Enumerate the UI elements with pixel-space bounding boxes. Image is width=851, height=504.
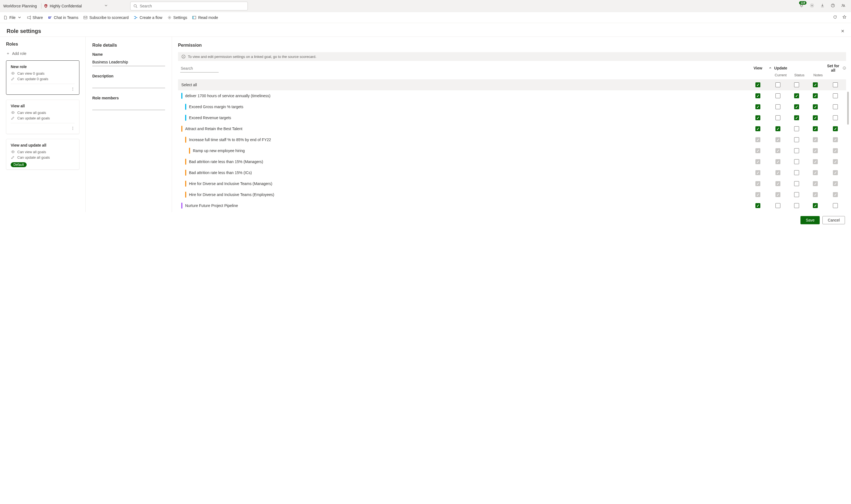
- goal-row: Attract and Retain the Best Talent: [178, 123, 846, 134]
- checkbox[interactable]: [794, 181, 799, 186]
- add-role-button[interactable]: ＋ Add role: [6, 51, 80, 56]
- role-more-button[interactable]: ⋮: [11, 125, 75, 131]
- refresh-button[interactable]: [833, 15, 837, 20]
- col-view[interactable]: View: [747, 66, 769, 70]
- checkbox[interactable]: [794, 192, 799, 197]
- role-card[interactable]: New roleCan view 0 goalsCan update 0 goa…: [6, 60, 80, 95]
- subscribe-icon: [83, 15, 88, 20]
- read-mode-button[interactable]: Read mode: [192, 15, 218, 20]
- role-update-line: Can update all goals: [11, 155, 75, 160]
- checkbox: [833, 181, 838, 186]
- checkbox[interactable]: [776, 82, 780, 87]
- checkbox[interactable]: [794, 170, 799, 175]
- sensitivity-dropdown[interactable]: Highly Confidential: [44, 4, 82, 8]
- checkbox[interactable]: [756, 82, 760, 87]
- checkbox[interactable]: [794, 93, 799, 98]
- checkbox[interactable]: [833, 203, 838, 208]
- checkbox[interactable]: [794, 137, 799, 142]
- svg-rect-0: [45, 6, 47, 7]
- checkbox[interactable]: [794, 82, 799, 87]
- favorite-button[interactable]: [842, 15, 847, 20]
- checkbox[interactable]: [794, 159, 799, 164]
- download-button[interactable]: [820, 3, 824, 8]
- checkbox[interactable]: [833, 82, 838, 87]
- checkbox[interactable]: [794, 115, 799, 120]
- notification-badge: 119: [799, 1, 806, 5]
- settings-gear-button[interactable]: [810, 3, 814, 8]
- role-card[interactable]: View allCan view all goalsCan update all…: [6, 100, 80, 134]
- checkbox[interactable]: [794, 126, 799, 131]
- checkbox: [756, 170, 760, 175]
- global-search-input[interactable]: [140, 4, 245, 8]
- file-menu[interactable]: File: [3, 15, 22, 20]
- checkbox[interactable]: [756, 104, 760, 109]
- save-button[interactable]: Save: [800, 216, 820, 224]
- permission-search-input[interactable]: [180, 65, 219, 72]
- scrollbar[interactable]: [847, 92, 849, 125]
- svg-point-7: [51, 16, 51, 17]
- checkbox: [756, 181, 760, 186]
- svg-point-5: [844, 5, 845, 5]
- description-input[interactable]: [92, 80, 165, 88]
- checkbox: [813, 170, 818, 175]
- people-icon: [841, 3, 846, 8]
- subscribe-button[interactable]: Subscribe to scorecard: [83, 15, 128, 20]
- gear-icon: [167, 15, 172, 20]
- share-button[interactable]: Share: [27, 15, 43, 20]
- title-bar: Workforce Planning Highly Confidential 1…: [0, 0, 851, 12]
- checkbox[interactable]: [794, 148, 799, 153]
- goal-row: Increase full time staff % to 85% by end…: [178, 134, 846, 145]
- details-title: Role details: [92, 43, 165, 48]
- goal-color-bar: [189, 148, 190, 154]
- checkbox: [813, 159, 818, 164]
- notifications-button[interactable]: 119: [799, 3, 804, 8]
- checkbox[interactable]: [833, 93, 838, 98]
- checkbox[interactable]: [776, 93, 780, 98]
- checkbox[interactable]: [813, 203, 818, 208]
- svg-point-1: [134, 4, 136, 7]
- help-button[interactable]: [831, 3, 835, 8]
- account-button[interactable]: [841, 3, 846, 8]
- checkbox: [756, 148, 760, 153]
- checkbox[interactable]: [813, 115, 818, 120]
- goal-label: Bad attrition rate less than 15% (Manage…: [189, 160, 747, 164]
- checkbox[interactable]: [756, 93, 760, 98]
- help-icon: [831, 3, 835, 8]
- cancel-button[interactable]: Cancel: [822, 216, 845, 224]
- app-name: Workforce Planning: [3, 4, 39, 8]
- checkbox[interactable]: [776, 203, 780, 208]
- role-card[interactable]: View and update allCan view all goalsCan…: [6, 139, 80, 170]
- goal-label: Ramp up new employee hiring: [193, 148, 747, 153]
- checkbox[interactable]: [813, 82, 818, 87]
- members-input[interactable]: [92, 102, 165, 110]
- checkbox[interactable]: [756, 115, 760, 120]
- checkbox[interactable]: [776, 126, 780, 131]
- checkbox[interactable]: [794, 203, 799, 208]
- checkbox[interactable]: [756, 126, 760, 131]
- checkbox[interactable]: [833, 115, 838, 120]
- chevron-down-icon[interactable]: [104, 3, 108, 8]
- checkbox[interactable]: [833, 126, 838, 131]
- global-search[interactable]: [130, 2, 248, 11]
- checkbox[interactable]: [813, 104, 818, 109]
- file-icon: [3, 15, 8, 20]
- checkbox: [776, 148, 780, 153]
- checkbox[interactable]: [813, 126, 818, 131]
- checkbox[interactable]: [794, 104, 799, 109]
- checkbox: [756, 159, 760, 164]
- chat-teams-button[interactable]: Chat in Teams: [48, 15, 78, 20]
- create-flow-button[interactable]: Create a flow: [134, 15, 162, 20]
- checkbox: [756, 192, 760, 197]
- checkbox[interactable]: [776, 104, 780, 109]
- name-input[interactable]: [92, 59, 165, 66]
- col-setfor[interactable]: Set for all: [824, 64, 846, 72]
- checkbox[interactable]: [833, 104, 838, 109]
- checkbox[interactable]: [756, 203, 760, 208]
- role-more-button[interactable]: ⋮: [11, 86, 75, 92]
- role-view-line: Can view all goals: [11, 110, 75, 115]
- checkbox[interactable]: [813, 93, 818, 98]
- settings-button[interactable]: Settings: [167, 15, 187, 20]
- close-button[interactable]: ✕: [841, 29, 845, 34]
- col-update[interactable]: Update: [769, 66, 787, 70]
- checkbox[interactable]: [776, 115, 780, 120]
